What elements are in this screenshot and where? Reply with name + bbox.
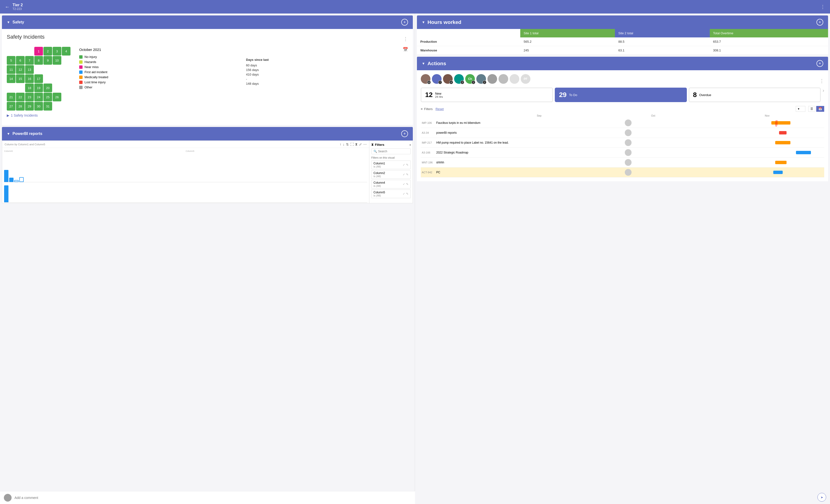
today-label: TODAY — [775, 120, 777, 127]
avatar-wrap[interactable]: 1 — [476, 74, 486, 84]
send-button[interactable]: ➤ — [818, 493, 826, 502]
list-view-button[interactable]: ☰ — [808, 106, 815, 112]
filter-item-edit-icon[interactable]: ✎ — [406, 173, 409, 176]
task-row[interactable]: IMP-217 HM pump required to place Label … — [421, 138, 824, 148]
hours-add-button[interactable]: + — [817, 19, 823, 26]
focus-btn[interactable]: ⛶ — [350, 142, 354, 146]
filter-item-check-icon[interactable]: ✓ — [403, 192, 405, 195]
calendar-view-button[interactable]: 📅 — [816, 106, 824, 112]
legend-label-other: Other — [85, 86, 92, 89]
filter-item-check-icon[interactable]: ✓ — [403, 163, 405, 166]
actions-more-button[interactable]: ⋮ — [819, 78, 824, 84]
reset-button[interactable]: Reset — [436, 107, 444, 111]
calendar-cell — [62, 65, 70, 74]
stat-arrow-icon[interactable]: › — [823, 88, 824, 102]
actions-add-button[interactable]: + — [817, 60, 823, 67]
avatar-wrap[interactable]: 7 — [432, 74, 442, 84]
task-row[interactable]: A3-34 powerBI reports — [421, 128, 824, 138]
filter-item-check-icon[interactable]: ✓ — [403, 183, 405, 186]
calendar-cell: 30 — [34, 102, 43, 111]
safety-chevron-icon[interactable]: ▼ — [7, 20, 10, 24]
calendar-cell: 25 — [43, 93, 52, 101]
safety-add-button[interactable]: + — [401, 19, 408, 26]
comment-input[interactable] — [14, 496, 411, 500]
hours-table: Site 1 total Site 2 total Total Overtime… — [417, 29, 828, 55]
stat-new[interactable]: 12 New 24 Hrs — [421, 88, 553, 102]
filter-item[interactable]: Column5 is (All) ✓ ✎ — [371, 189, 411, 198]
sort-desc-button[interactable]: ↓ — [343, 142, 345, 146]
hours-section-header: ▼ Hours worked + — [417, 15, 828, 29]
stat-overdue[interactable]: 8 Overdue — [689, 88, 821, 102]
right-panel: ▼ Hours worked + Site 1 total Site 2 tot… — [415, 13, 830, 504]
calendar-container: 1234567891011121314151617181920212223242… — [7, 47, 74, 111]
task-bar-area: TODAY — [636, 120, 825, 126]
hours-chevron-icon[interactable]: ▼ — [422, 20, 425, 24]
back-button[interactable]: ← — [5, 4, 10, 10]
timeline-container: Sep Oct Nov IMP-106 Faucibus turpis in e… — [421, 114, 824, 178]
view-buttons: ☰ 📅 — [808, 106, 824, 112]
filters-search-input[interactable] — [378, 150, 409, 153]
calendar-cell — [62, 84, 70, 92]
timeline-months: Sep Oct Nov — [482, 114, 824, 117]
actions-chevron-icon[interactable]: ▼ — [422, 62, 425, 65]
column-btn[interactable]: ⇅ — [346, 142, 349, 146]
legend-item: Medically treated — [79, 75, 241, 79]
avatar-wrap[interactable]: Ch1 — [465, 74, 475, 84]
chart-title: Column by Column1 and Column5 — [5, 143, 45, 146]
safety-more-button[interactable]: ⋮ — [403, 36, 408, 42]
avatar-wrap[interactable]: 4 — [443, 74, 453, 84]
safety-incidents-link[interactable]: ▶ 1 Safety Incidents — [7, 114, 408, 117]
calendar-cell — [62, 74, 70, 83]
task-bar-area — [636, 130, 825, 135]
filter-dropdown[interactable]: ▾ — [796, 106, 805, 112]
timeline-header: Sep Oct Nov — [421, 114, 824, 117]
task-row[interactable]: MNT-196 shhhh — [421, 158, 824, 167]
legend-dot-first-aid — [79, 70, 83, 74]
filter-item-edit-icon[interactable]: ✎ — [406, 163, 409, 166]
top-header: ← Tier 2 T2-223 ⋮ — [0, 0, 830, 13]
filter-item-edit-icon[interactable]: ✎ — [406, 192, 409, 195]
stat-todo[interactable]: 29 To Do — [555, 88, 687, 102]
expand-btn[interactable]: ⤢ — [359, 142, 362, 146]
chart-bars-left2 — [4, 183, 186, 202]
powerbi-content: Column by Column1 and Column5 ↑ ↓ ⇅ ⛶ ⧗ … — [2, 140, 413, 203]
task-row[interactable]: IMP-106 Faucibus turpis in eu mi bibendu… — [421, 118, 824, 128]
filter-btn[interactable]: ⧗ — [355, 142, 357, 146]
task-bar-area — [636, 150, 825, 155]
calendar-cell: 3 — [53, 47, 61, 56]
filters-close-icon[interactable]: › — [410, 143, 411, 147]
calendar-cell — [16, 47, 25, 56]
calendar-icon: 📅 — [403, 47, 408, 52]
more-vis-btn[interactable]: ⋯ — [363, 142, 367, 146]
filters-label: Filters — [424, 107, 433, 111]
powerbi-chevron-icon[interactable]: ▼ — [7, 132, 10, 136]
avatar-wrap[interactable] — [499, 74, 508, 84]
timeline-month-sep: Sep — [482, 114, 596, 117]
filter-item[interactable]: Column1 is (All) ✓ ✎ — [371, 160, 411, 169]
header-more-button[interactable]: ⋮ — [820, 4, 825, 10]
filter-item-value: is (All) — [374, 165, 385, 168]
filter-item-check-icon[interactable]: ✓ — [403, 173, 405, 176]
powerbi-chart-area: Column by Column1 and Column5 ↑ ↓ ⇅ ⛶ ⧗ … — [2, 141, 369, 203]
sort-asc-button[interactable]: ↑ — [340, 142, 341, 146]
avatar-wrap[interactable]: 13 — [421, 74, 430, 84]
filter-item-actions: ✓ ✎ — [403, 163, 409, 166]
filters-button[interactable]: ≡ Filters — [421, 107, 433, 111]
filter-item[interactable]: Column2 is (All) ✓ ✎ — [371, 170, 411, 179]
calendar-cell: 5 — [7, 56, 15, 65]
powerbi-add-button[interactable]: + — [401, 130, 408, 137]
avatars-row-container: 13743Ch11PF ⋮ — [421, 74, 824, 88]
avatar-wrap[interactable] — [487, 74, 497, 84]
powerbi-header-left: ▼ PowerBI reports — [7, 131, 42, 136]
legend-dot-near-miss — [79, 65, 83, 69]
powerbi-inner: Column by Column1 and Column5 ↑ ↓ ⇅ ⛶ ⧗ … — [2, 140, 413, 203]
incidents-link-label: 1 Safety Incidents — [11, 114, 38, 117]
avatar-wrap[interactable]: 3 — [454, 74, 464, 84]
avatar-wrap[interactable] — [510, 74, 519, 84]
avatar-wrap[interactable]: PF — [521, 74, 531, 84]
filter-item[interactable]: Column4 is (All) ✓ ✎ — [371, 180, 411, 189]
task-row[interactable]: ACT-942 PC — [421, 167, 824, 178]
task-row[interactable]: A3-166 2022 Strategic Roadmap — [421, 148, 824, 158]
filter-item-edit-icon[interactable]: ✎ — [406, 183, 409, 186]
legend-label-hazards: Hazards — [85, 60, 96, 64]
